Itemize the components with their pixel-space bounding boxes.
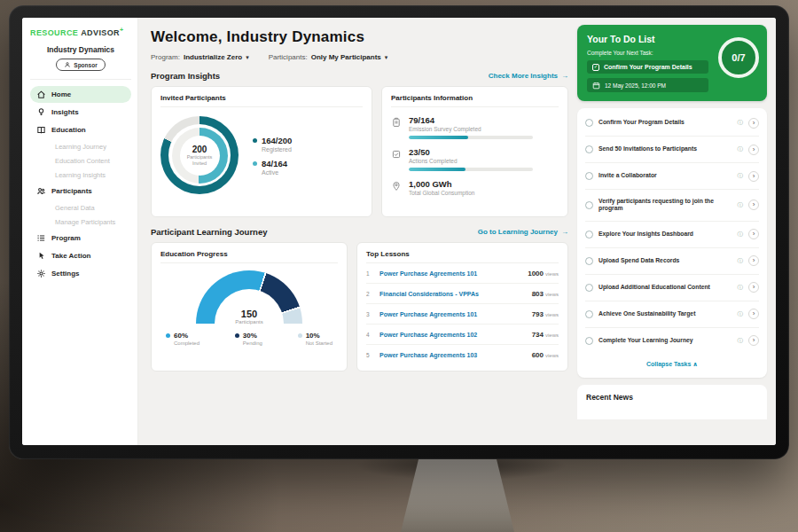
legend-dot [253,138,257,143]
sidebar-item-label: Insights [51,108,79,116]
program-dropdown[interactable]: Program: Industrialize Zero ▾ [151,53,249,61]
sidebar-item-label: Take Action [51,252,90,260]
info-icon: ⓘ [738,201,744,209]
chevron-right-icon[interactable]: › [748,229,759,239]
participants-dropdown[interactable]: Participants: Only My Participants ▾ [269,53,388,61]
card-title: Participants Information [391,94,559,107]
next-task-chip[interactable]: ✓ Confirm Your Program Details [587,60,708,74]
sidebar-item-learning-journey[interactable]: Learning Journey [30,139,131,153]
survey-progress-bar [409,136,533,139]
legend-dot [235,333,239,338]
task-item[interactable]: Upload Spend Data Records ⓘ › [585,248,759,275]
legend-label: Pending [243,340,262,346]
recent-news-card: Recent News [577,385,767,419]
location-pin-icon [391,181,402,192]
task-item[interactable]: Achieve One Sustainability Target ⓘ › [585,301,759,328]
arrow-right-icon: → [561,72,568,80]
lesson-link[interactable]: Power Purchase Agreements 103 [379,352,526,358]
info-value: 1,000 GWh [409,179,474,189]
sidebar-item-participants[interactable]: Participants [30,183,131,200]
lesson-row: 3 Power Purchase Agreements 101 793views [366,304,559,325]
sidebar-item-program[interactable]: Program [30,230,131,246]
task-item[interactable]: Upload Additional Educational Content ⓘ … [585,275,759,301]
go-to-learning-journey-link[interactable]: Go to Learning Journey → [478,228,568,236]
card-title: Education Progress [160,250,338,263]
task-item[interactable]: Send 50 Invitations to Participants ⓘ › [585,137,759,163]
due-date-chip: 12 May 2025, 12:00 PM [587,78,708,92]
task-checkbox[interactable] [585,337,593,345]
legend-pct: 30% [243,332,257,340]
task-checkbox[interactable] [585,310,593,318]
chevron-right-icon[interactable]: › [748,255,759,266]
sidebar-item-label: Settings [51,270,80,278]
task-checkbox[interactable] [585,145,593,153]
sidebar-item-learning-insights[interactable]: Learning Insights [30,168,131,182]
legend-value: 84/164 [262,159,287,168]
chevron-right-icon[interactable]: › [748,335,759,346]
info-label: Actions Completed [409,158,533,164]
arrow-right-icon: → [561,228,568,236]
people-icon [36,186,46,196]
lesson-link[interactable]: Power Purchase Agreements 101 [379,311,526,317]
chevron-right-icon[interactable]: › [748,118,759,129]
legend-pct: 10% [306,332,320,340]
info-label: Emission Survey Completed [409,126,533,132]
monitor-stand [401,458,514,532]
checklist-icon [391,149,402,160]
chevron-right-icon[interactable]: › [748,309,759,319]
collapse-tasks-link[interactable]: Collapse Tasks ∧ [585,354,759,376]
checkbox-icon[interactable]: ✓ [592,64,599,71]
task-item[interactable]: Complete Your Learning Journey ⓘ › [585,328,759,354]
lesson-row: 4 Power Purchase Agreements 102 734views [366,325,559,345]
legend-item-registered: 164/200 Registered [253,136,292,153]
section-title: Participant Learning Journey [151,227,267,237]
list-icon [36,233,46,243]
sidebar-item-general-data[interactable]: General Data [30,200,131,215]
sidebar-item-take-action[interactable]: Take Action [30,247,131,264]
info-icon: ⓘ [738,310,744,318]
task-item[interactable]: Invite a Collaborator ⓘ › [585,163,759,190]
task-checkbox[interactable] [585,201,593,209]
info-icon: ⓘ [738,231,744,239]
lesson-link[interactable]: Power Purchase Agreements 101 [379,270,521,277]
card-title: Top Lessons [366,250,559,263]
task-checkbox[interactable] [585,119,593,127]
logo-text-advisor: ADVISOR [81,28,120,37]
chevron-right-icon[interactable]: › [748,282,759,293]
education-gauge-chart: 150 Participants [196,270,302,325]
sidebar-item-education-content[interactable]: Education Content [30,153,131,168]
task-item[interactable]: Verify participants requesting to join t… [585,190,759,222]
gear-icon [36,269,46,278]
invited-legend: 164/200 Registered 84/164 Active [253,129,292,182]
task-checkbox[interactable] [585,284,593,292]
sidebar-item-manage-participants[interactable]: Manage Participants [30,215,131,229]
org-name: Industry Dynamics [30,45,131,54]
chevron-right-icon[interactable]: › [748,145,759,155]
info-row-survey: 79/164 Emission Survey Completed [391,115,559,139]
sidebar-item-insights[interactable]: Insights [30,104,131,121]
participants-filter-label: Participants: [269,53,308,61]
sidebar-item-home[interactable]: Home [30,86,131,103]
legend-item-pending: 30% Pending [235,332,262,346]
task-checkbox[interactable] [585,172,593,180]
task-checkbox[interactable] [585,231,593,239]
link-label: Go to Learning Journey [478,228,558,236]
lesson-link[interactable]: Power Purchase Agreements 102 [379,332,526,338]
participants-information-card: Participants Information 79/164 Emission… [381,86,568,217]
chevron-right-icon[interactable]: › [748,171,759,182]
task-item[interactable]: Explore Your Insights Dashboard ⓘ › [585,222,759,248]
sidebar-divider [30,79,131,80]
info-icon: ⓘ [738,337,744,345]
lesson-row: 2 Financial Considerations - VPPAs 803vi… [366,284,559,304]
task-checkbox[interactable] [585,257,593,265]
section-title: Program Insights [151,71,220,81]
check-more-insights-link[interactable]: Check More Insights → [489,72,568,80]
lesson-link[interactable]: Financial Considerations - VPPAs [379,291,526,297]
sidebar-item-settings[interactable]: Settings [30,265,131,282]
info-row-actions: 23/50 Actions Completed [391,147,559,171]
task-item[interactable]: Confirm Your Program Details ⓘ › [585,110,759,137]
lesson-views: 793views [532,310,559,318]
info-value: 79/164 [409,115,533,125]
sidebar-item-education[interactable]: Education [30,121,131,138]
chevron-right-icon[interactable]: › [748,200,759,210]
